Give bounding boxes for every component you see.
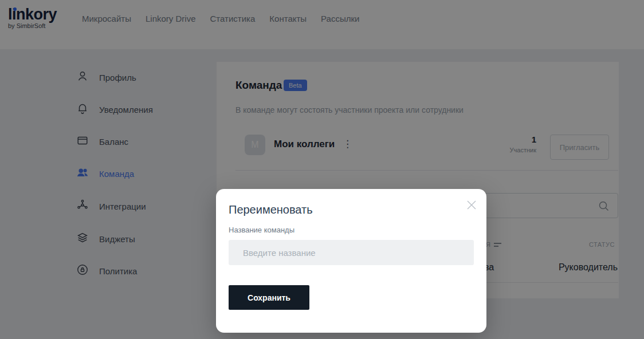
modal-title: Переименовать: [229, 203, 313, 216]
save-button[interactable]: Сохранить: [229, 285, 309, 310]
app-window: linkory by SimbirSoft Микросайты Linkory…: [0, 0, 644, 339]
team-name-field-label: Название команды: [229, 226, 294, 234]
close-icon[interactable]: [466, 199, 477, 211]
rename-modal: Переименовать Название команды Сохранить: [216, 189, 486, 333]
team-name-input[interactable]: [229, 240, 474, 265]
